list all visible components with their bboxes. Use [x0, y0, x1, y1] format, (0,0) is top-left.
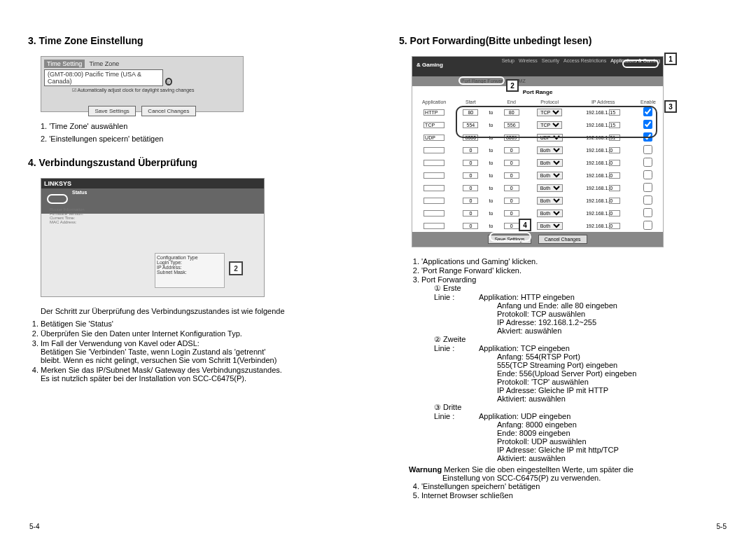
cancel-button[interactable]: Cancel Changes: [538, 235, 587, 244]
start-input[interactable]: [463, 198, 478, 204]
s5-list: 'Applications und Gaming' klicken. 'Port…: [421, 257, 728, 462]
end-input[interactable]: [504, 223, 519, 229]
config-box: Configuration TypeLogin Type:IP Address:…: [155, 253, 225, 288]
end-input[interactable]: [504, 160, 519, 166]
s5-list2: 'Einstellungen speichern' betätigen Inte…: [421, 482, 728, 500]
start-input[interactable]: [463, 223, 478, 229]
protocol-select[interactable]: UDP: [537, 134, 563, 142]
start-input[interactable]: [463, 147, 478, 153]
callout-4: 4: [519, 219, 531, 231]
cancel-button[interactable]: Cancel Changes: [141, 106, 195, 116]
warning-line: Warnung Merken Sie die oben eingestellte…: [409, 465, 728, 474]
enable-checkbox[interactable]: [643, 221, 652, 230]
ip-input[interactable]: [609, 210, 620, 217]
app-input[interactable]: [424, 122, 444, 128]
callout-2: 2: [506, 79, 519, 92]
app-input[interactable]: [424, 210, 444, 217]
app-input[interactable]: [424, 160, 444, 166]
enable-checkbox[interactable]: [643, 145, 652, 154]
table-row: toTCP192.168.1.: [412, 106, 663, 118]
end-input[interactable]: [504, 185, 519, 191]
list-item: 'Port Range Forward' klicken.: [421, 266, 728, 275]
protocol-select[interactable]: Both: [537, 222, 563, 230]
sec3-title: 3. Time Zone Einstellung: [28, 35, 357, 46]
port-range-header: Port Range: [412, 86, 663, 95]
ip-input[interactable]: [609, 185, 620, 191]
start-input[interactable]: [463, 172, 478, 179]
protocol-select[interactable]: Both: [537, 209, 563, 217]
enable-checkbox[interactable]: [643, 158, 652, 167]
save-button[interactable]: Save Settings: [88, 106, 135, 116]
app-input[interactable]: [424, 147, 444, 153]
start-input[interactable]: [463, 135, 478, 141]
right-page: 5. Port Forwarding(Bitte unbedingt lesen…: [399, 35, 728, 522]
end-input[interactable]: [504, 210, 519, 217]
list-item: 'Einstellungen speichern' betätigen: [421, 482, 728, 490]
protocol-select[interactable]: Both: [537, 184, 563, 192]
protocol-select[interactable]: Both: [537, 146, 563, 154]
ip-input[interactable]: [609, 122, 620, 128]
enable-checkbox[interactable]: [643, 107, 652, 116]
enable-checkbox[interactable]: [643, 195, 652, 205]
end-input[interactable]: [504, 122, 519, 128]
status-content: Router InformationFirmware Version:Curre…: [41, 202, 264, 230]
end-input[interactable]: [504, 198, 519, 204]
ip-input[interactable]: [609, 172, 620, 179]
start-input[interactable]: [463, 185, 478, 191]
protocol-select[interactable]: TCP: [537, 109, 562, 116]
left-page: 3. Time Zone Einstellung Time Setting Ti…: [28, 35, 357, 522]
brand-label: LINKSYS: [41, 179, 264, 188]
ip-input[interactable]: [609, 109, 620, 116]
prf-oval: [458, 76, 505, 85]
port-footer: Save Settings Cancel Changes: [412, 232, 663, 247]
dropdown-icon: ▽: [165, 78, 172, 85]
enable-checkbox[interactable]: [643, 170, 652, 179]
app-oval: [622, 60, 659, 68]
ip-input[interactable]: [609, 147, 620, 153]
table-row: toBoth192.168.1.: [412, 207, 663, 219]
enable-checkbox[interactable]: [643, 208, 652, 217]
table-row: toBoth192.168.1.: [412, 194, 663, 207]
enable-checkbox[interactable]: [643, 183, 652, 192]
app-input[interactable]: [424, 172, 444, 179]
end-input[interactable]: [504, 172, 519, 179]
end-input[interactable]: [504, 109, 519, 116]
app-input[interactable]: [424, 109, 444, 116]
start-input[interactable]: [463, 122, 478, 128]
end-input[interactable]: [504, 135, 519, 141]
save-oval: [489, 232, 531, 242]
gaming-label: & Gaming: [416, 62, 443, 68]
table-row: toUDP192.168.1.: [412, 131, 663, 144]
timezone-dropdown[interactable]: (GMT-08:00) Pacific Time (USA & Canada): [44, 69, 163, 86]
status-menubar: Status: [41, 188, 264, 202]
start-input[interactable]: [463, 109, 478, 116]
protocol-select[interactable]: Both: [537, 197, 563, 205]
app-input[interactable]: [424, 135, 444, 141]
app-input[interactable]: [424, 223, 444, 229]
end-input[interactable]: [504, 147, 519, 153]
enable-checkbox[interactable]: [643, 132, 652, 142]
list-item: Internet Browser schließen: [421, 491, 728, 500]
page-num-left: 5-4: [29, 523, 39, 530]
app-input[interactable]: [424, 198, 444, 204]
callout-3: 3: [664, 100, 677, 113]
s4-intro: Der Schritt zur Überprüfung des Verbindu…: [41, 307, 357, 315]
app-input[interactable]: [424, 185, 444, 191]
ip-input[interactable]: [609, 135, 620, 141]
list-item: Überprüfen Sie den Daten unter Internet …: [41, 329, 357, 338]
table-row: toBoth192.168.1.: [412, 169, 663, 181]
ip-input[interactable]: [609, 223, 620, 229]
warning-line2: Einstellung von SCC-C6475(P) zu verwende…: [442, 474, 728, 482]
ip-input[interactable]: [609, 198, 620, 204]
enable-checkbox[interactable]: [643, 120, 652, 129]
portforward-screenshot: & Gaming SetupWirelessSecurityAccess Res…: [412, 56, 664, 247]
protocol-select[interactable]: Both: [537, 159, 563, 167]
protocol-select[interactable]: Both: [537, 172, 563, 179]
callout-1: 1: [664, 53, 677, 65]
ip-input[interactable]: [609, 160, 620, 166]
start-input[interactable]: [463, 210, 478, 217]
port-table: ApplicationStartEnd ProtocolIP AddressEn…: [412, 98, 663, 232]
start-input[interactable]: [463, 160, 478, 166]
page-num-right: 5-5: [717, 523, 727, 530]
protocol-select[interactable]: TCP: [537, 121, 562, 129]
